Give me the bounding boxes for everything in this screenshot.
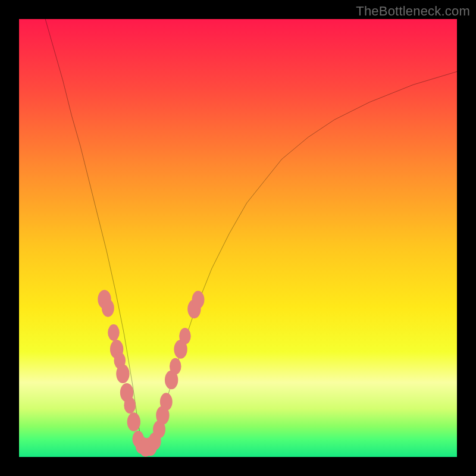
- plot-area: [19, 19, 457, 457]
- data-marker: [179, 328, 191, 345]
- data-marker: [116, 364, 129, 383]
- data-marker: [170, 358, 181, 375]
- chart-frame: TheBottleneck.com: [0, 0, 476, 476]
- data-marker: [124, 397, 136, 414]
- curve-layer: [19, 19, 457, 457]
- data-marker: [192, 291, 205, 309]
- data-markers: [98, 290, 204, 457]
- data-marker: [102, 299, 114, 317]
- data-marker: [160, 393, 173, 411]
- data-marker: [108, 324, 120, 341]
- bottleneck-curve: [45, 19, 457, 448]
- data-marker: [127, 412, 140, 431]
- watermark-text: TheBottleneck.com: [356, 4, 470, 19]
